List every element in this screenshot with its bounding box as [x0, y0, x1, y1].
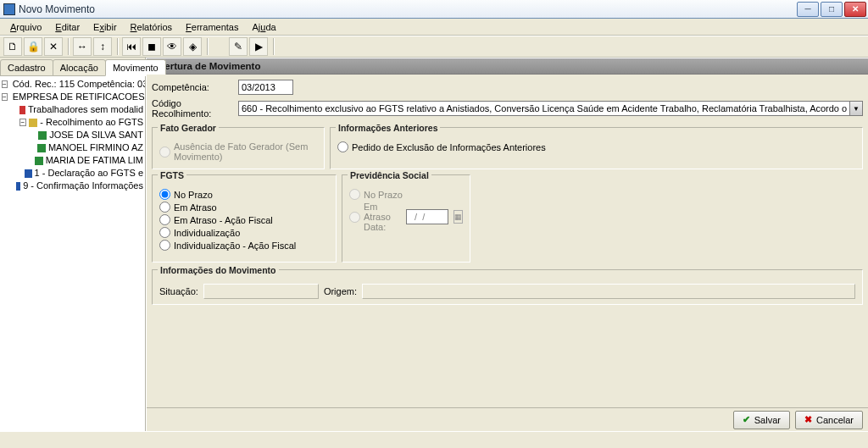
tree-node-emp2[interactable]: MANOEL FIRMINO AZ [2, 141, 143, 154]
right-pane: Abertura de Movimento Competência: Códig… [146, 58, 868, 431]
origem-label: Origem: [324, 286, 357, 296]
radio-input[interactable] [159, 214, 170, 225]
tree-label: MANOEL FIRMINO AZ [48, 141, 143, 154]
row-competencia: Competência: [152, 80, 863, 95]
tree-node-emp1[interactable]: JOSE DA SILVA SANT [2, 129, 143, 141]
tree[interactable]: −Cód. Rec.: 115 Competência: 03/20 −EMPR… [0, 76, 145, 431]
radio-fgts-individ-af[interactable]: Individualização - Ação Fiscal [159, 240, 329, 251]
radio-label: Em Atraso - Ação Fiscal [174, 215, 273, 225]
group-row-1: Fato Gerador Ausência de Fato Gerador (S… [152, 122, 863, 169]
toolbar-separator [207, 38, 209, 55]
radio-input[interactable] [159, 202, 170, 213]
menubar: Arquivo Editar Exibir Relatórios Ferrame… [0, 19, 868, 36]
close-button[interactable]: ✕ [844, 2, 866, 17]
titlebar: Novo Movimento ─ □ ✕ [0, 0, 868, 19]
left-tabs: Cadastro Alocação Movimento [0, 58, 145, 76]
workers-icon [19, 106, 25, 114]
minimize-button[interactable]: ─ [797, 2, 819, 17]
group-info-anteriores: Informações Anteriores Pedido de Exclusã… [330, 127, 863, 169]
toolbar-new-icon[interactable]: 🗋 [3, 37, 22, 56]
toolbar-separator [68, 38, 70, 55]
button-label: Salvar [754, 415, 781, 425]
group-legend: FGTS [158, 170, 186, 180]
radio-input[interactable] [159, 227, 170, 238]
menu-arquivo[interactable]: Arquivo [3, 20, 48, 34]
tree-node-emp3[interactable]: MARIA DE FATIMA LIM [2, 154, 143, 167]
tab-movimento[interactable]: Movimento [105, 59, 166, 76]
left-pane: Cadastro Alocação Movimento −Cód. Rec.: … [0, 58, 146, 431]
cod-rec-input[interactable] [238, 101, 850, 116]
toolbar-find-icon[interactable]: 👁 [163, 37, 181, 56]
toolbar-cube-icon[interactable]: ◈ [183, 37, 202, 56]
cod-rec-label: Código Recolhimento: [152, 98, 238, 119]
radio-pedido-exclusao[interactable]: Pedido de Exclusão de Informações Anteri… [337, 141, 855, 152]
radio-fgts-acao-fiscal[interactable]: Em Atraso - Ação Fiscal [159, 214, 329, 225]
toolbar-expand-h-icon[interactable]: ↔ [73, 37, 92, 56]
toolbar-play-icon[interactable]: ▶ [249, 37, 268, 56]
radio-input[interactable] [337, 141, 348, 152]
toolbar-lock-icon[interactable]: 🔒 [24, 37, 42, 56]
tree-node-trab[interactable]: Trabalhadores sem modalid [2, 103, 143, 116]
button-label: Cancelar [816, 415, 854, 425]
folder-icon [29, 119, 37, 127]
salvar-button[interactable]: ✔ Salvar [733, 411, 790, 429]
radio-prev-no-prazo: No Prazo [349, 189, 463, 200]
button-bar: ✔ Salvar ✖ Cancelar [147, 407, 868, 431]
radio-input[interactable] [159, 189, 170, 200]
radio-fgts-em-atraso[interactable]: Em Atraso [159, 202, 329, 213]
tree-node-root[interactable]: −Cód. Rec.: 115 Competência: 03/20 [2, 78, 143, 91]
window-title: Novo Movimento [19, 3, 795, 15]
competencia-input[interactable] [238, 80, 293, 95]
radio-fgts-no-prazo[interactable]: No Prazo [159, 189, 329, 200]
toolbar-pencil-icon[interactable]: ✎ [229, 37, 248, 56]
radio-input [349, 212, 360, 223]
toolbar-first-icon[interactable]: ⏮ [122, 37, 141, 56]
situacao-value [203, 284, 319, 299]
tree-label: JOSE DA SILVA SANT [49, 129, 143, 141]
toolbar-separator [117, 38, 119, 55]
situacao-label: Situação: [159, 286, 198, 296]
dropdown-icon[interactable]: ▼ [850, 101, 863, 116]
radio-fgts-individ[interactable]: Individualização [159, 227, 329, 238]
tree-node-empresa[interactable]: −EMPRESA DE RETIFICACOES [2, 91, 143, 103]
tree-label: Trabalhadores sem modalid [28, 103, 143, 116]
panel-title: Abertura de Movimento [147, 58, 868, 75]
form-area: Competência: Código Recolhimento: ▼ Fato… [147, 75, 868, 407]
person-icon [38, 131, 47, 140]
cancelar-button[interactable]: ✖ Cancelar [795, 411, 863, 429]
doc-icon [16, 182, 21, 191]
radio-input[interactable] [159, 240, 170, 251]
tree-label: - Recolhimento ao FGTS [40, 116, 143, 129]
tree-node-decl[interactable]: 1 - Declaração ao FGTS e [2, 167, 143, 180]
tree-label: EMPRESA DE RETIFICACOES [13, 91, 145, 103]
group-fato-gerador: Fato Gerador Ausência de Fato Gerador (S… [152, 127, 325, 169]
radio-label: Pedido de Exclusão de Informações Anteri… [352, 142, 546, 152]
toolbar-stop-icon[interactable]: ◼ [142, 37, 161, 56]
close-icon: ✖ [804, 414, 812, 425]
cod-rec-combo[interactable]: ▼ [238, 101, 863, 116]
menu-ajuda[interactable]: Ajuda [245, 20, 282, 34]
toolbar: 🗋 🔒 ✕ ↔ ↕ ⏮ ◼ 👁 ◈ ✎ ▶ [0, 36, 868, 58]
work-area: Cadastro Alocação Movimento −Cód. Rec.: … [0, 58, 868, 431]
app-icon [3, 3, 15, 15]
group-info-movimento: Informações do Movimento Situação: Orige… [152, 269, 863, 305]
radio-ausencia: Ausência de Fato Gerador (Sem Movimento) [159, 141, 317, 162]
maximize-button[interactable]: □ [821, 2, 843, 17]
tree-node-conf[interactable]: 9 - Confirmação Informações [2, 180, 143, 192]
toolbar-separator [273, 38, 275, 55]
tab-alocacao[interactable]: Alocação [53, 59, 106, 76]
radio-label: Em Atraso Data: [364, 202, 403, 232]
person-icon [35, 157, 43, 165]
toolbar-expand-v-icon[interactable]: ↕ [93, 37, 112, 56]
tree-node-rec[interactable]: − - Recolhimento ao FGTS [2, 116, 143, 129]
menu-editar[interactable]: Editar [48, 20, 86, 34]
menu-exibir[interactable]: Exibir [86, 20, 124, 34]
menu-relatorios[interactable]: Relatórios [124, 20, 180, 34]
toolbar-delete-icon[interactable]: ✕ [44, 37, 63, 56]
group-legend: Previdência Social [348, 170, 431, 180]
tab-cadastro[interactable]: Cadastro [0, 59, 53, 76]
row-cod-rec: Código Recolhimento: ▼ [152, 98, 863, 119]
menu-ferramentas[interactable]: Ferramentas [179, 20, 245, 34]
doc-icon [25, 169, 32, 178]
radio-label: Ausência de Fato Gerador (Sem Movimento) [174, 141, 317, 162]
